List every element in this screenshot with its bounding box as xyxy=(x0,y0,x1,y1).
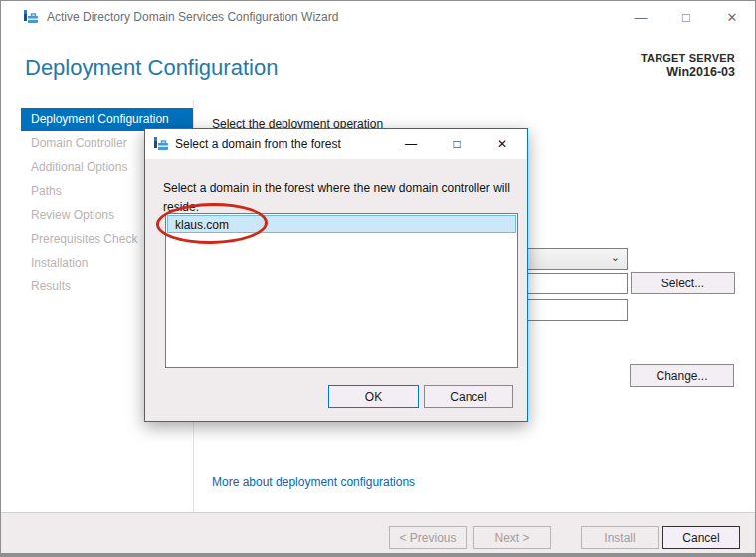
wizard-footer: < Previous Next > Install Cancel xyxy=(1,512,755,554)
more-about-link[interactable]: More about deployment configurations xyxy=(212,475,415,489)
select-domain-dialog: Select a domain from the forest — □ ✕ Se… xyxy=(144,128,528,422)
dialog-icon xyxy=(153,136,169,152)
dialog-minimize-icon[interactable]: — xyxy=(388,129,434,159)
target-server-label: TARGET SERVER xyxy=(641,51,735,65)
target-server-name: Win2016-03 xyxy=(641,65,735,79)
server-manager-icon xyxy=(23,9,39,25)
install-button: Install xyxy=(581,526,659,549)
ok-button[interactable]: OK xyxy=(328,385,419,408)
previous-button: < Previous xyxy=(389,526,467,549)
dialog-window-controls: — □ ✕ xyxy=(388,129,525,159)
close-icon[interactable]: ✕ xyxy=(709,1,755,33)
wizard-window: Active Directory Domain Services Configu… xyxy=(0,0,756,557)
target-server-block: TARGET SERVER Win2016-03 xyxy=(641,51,735,79)
page-title: Deployment Configuration xyxy=(25,55,278,81)
minimize-icon[interactable]: — xyxy=(618,1,663,33)
dialog-maximize-icon[interactable]: □ xyxy=(434,129,479,159)
select-domain-button[interactable]: Select... xyxy=(631,272,735,294)
dialog-close-icon[interactable]: ✕ xyxy=(479,129,525,159)
dialog-title: Select a domain from the forest xyxy=(175,137,341,151)
next-button: Next > xyxy=(473,526,551,549)
window-title: Active Directory Domain Services Configu… xyxy=(47,10,338,24)
dialog-cancel-button[interactable]: Cancel xyxy=(424,385,513,408)
title-bar: Active Directory Domain Services Configu… xyxy=(1,1,755,33)
chevron-down-icon: ⌄ xyxy=(611,251,620,264)
maximize-icon[interactable]: □ xyxy=(663,1,709,33)
change-credentials-button[interactable]: Change... xyxy=(630,364,734,387)
window-controls: — □ ✕ xyxy=(618,1,755,33)
cancel-button[interactable]: Cancel xyxy=(662,526,740,549)
dialog-title-bar: Select a domain from the forest — □ ✕ xyxy=(145,129,527,159)
